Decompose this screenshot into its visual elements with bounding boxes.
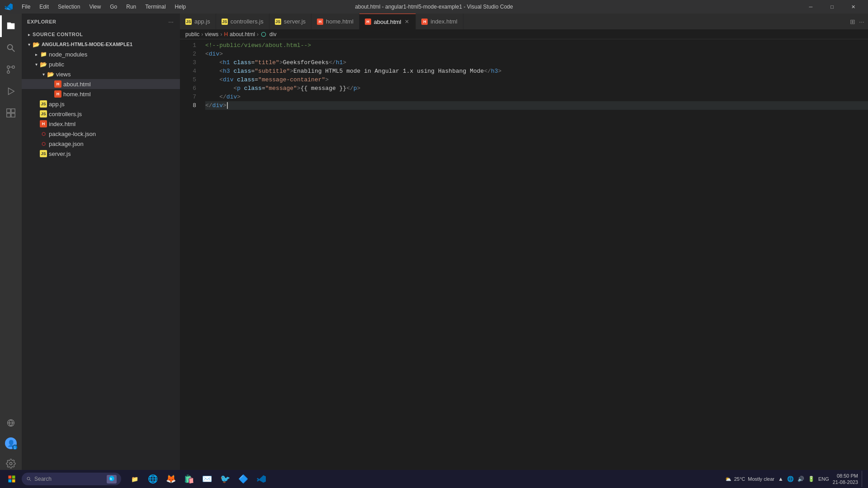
menu-edit[interactable]: Edit (36, 3, 52, 11)
taskbar-mail[interactable]: ✉️ (199, 471, 215, 487)
tab-server-js-icon: JS (275, 19, 281, 25)
taskbar-app1[interactable]: 🐦 (217, 471, 233, 487)
taskbar-vscode[interactable] (253, 471, 269, 487)
package-json-icon: ⬡ (40, 140, 47, 147)
minimize-button[interactable]: ─ (801, 0, 821, 14)
language-label[interactable]: ENG (818, 476, 829, 482)
tab-home-html[interactable]: H home.html (311, 14, 359, 29)
home-html-label: home.html (63, 91, 180, 98)
activity-remote-icon[interactable] (0, 412, 22, 434)
activity-bar-bottom: 👤 1 (0, 412, 22, 478)
tab-about-html-close[interactable]: ✕ (404, 18, 410, 26)
split-editor-icon[interactable]: ⊞ (850, 18, 855, 25)
code-comment-1: <!--public/views/about.html--> (205, 41, 311, 50)
about-html-item[interactable]: H about.html (22, 79, 180, 89)
taskbar: Search b 📁 🌐 🦊 🛍️ ✉️ 🐦 🔷 ⛅ 25°C Mostly c… (0, 470, 868, 488)
public-folder-item[interactable]: 📂 public (22, 59, 180, 69)
index-html-item[interactable]: H index.html (22, 119, 180, 129)
breadcrumb-public[interactable]: public (185, 31, 199, 38)
activity-search-icon[interactable] (0, 37, 22, 59)
package-lock-item[interactable]: ⬡ package-lock.json (22, 129, 180, 139)
breadcrumb-about-html[interactable]: about.html (230, 31, 255, 38)
tab-controllers-js-icon: JS (222, 19, 228, 25)
source-control-label: SOURCE CONTROL (33, 32, 176, 37)
svg-rect-10 (7, 113, 10, 117)
package-json-item[interactable]: ⬡ package.json (22, 139, 180, 149)
code-line-2: <div> (205, 50, 868, 58)
project-root[interactable]: 📂 ANGULAR1-HTML5-MODE-EXAMPLE1 (22, 39, 180, 49)
activity-debug-icon[interactable] (0, 80, 22, 102)
sidebar-more-button[interactable]: ··· (167, 17, 175, 26)
taskbar-store[interactable]: 🛍️ (181, 471, 197, 487)
menu-run[interactable]: Run (123, 3, 140, 11)
tabs-scroll: JS app.js JS controllers.js JS server.js… (180, 14, 846, 29)
taskbar-start-button[interactable] (4, 471, 20, 487)
taskbar-clock[interactable]: 08:50 PM 21-08-2023 (833, 473, 858, 486)
svg-text:b: b (110, 477, 112, 480)
breadcrumb-sep-3: › (257, 31, 259, 38)
menu-help[interactable]: Help (171, 3, 190, 11)
tabs-bar: JS app.js JS controllers.js JS server.js… (180, 14, 868, 29)
battery-icon[interactable]: 🔋 (808, 476, 815, 482)
svg-point-3 (7, 71, 10, 74)
svg-point-14 (261, 32, 265, 36)
menu-selection[interactable]: Selection (54, 3, 84, 11)
more-actions-icon[interactable]: ··· (859, 18, 864, 25)
tab-server-js[interactable]: JS server.js (269, 14, 311, 29)
tray-icon-1[interactable]: ▲ (778, 476, 783, 482)
project-folder-icon: 📂 (33, 41, 40, 48)
close-button[interactable]: ✕ (843, 0, 863, 14)
svg-rect-16 (12, 476, 15, 479)
menu-go[interactable]: Go (106, 3, 121, 11)
package-json-label: package.json (49, 141, 180, 147)
system-tray: ⛅ 25°C Mostly clear (725, 476, 774, 482)
taskbar-search[interactable]: Search b (22, 473, 121, 485)
svg-rect-15 (9, 476, 12, 479)
taskbar-date: 21-08-2023 (833, 479, 858, 485)
volume-icon[interactable]: 🔊 (797, 476, 804, 482)
source-control-chevron (25, 31, 33, 38)
weather-icon: ⛅ (725, 476, 731, 482)
taskbar-fileexplorer[interactable]: 📁 (127, 471, 143, 487)
taskbar-browser1[interactable]: 🌐 (145, 471, 161, 487)
editor-content[interactable]: 1 2 3 4 5 6 7 8 <!--public/views/about.h… (180, 39, 868, 478)
menu-view[interactable]: View (85, 3, 104, 11)
breadcrumb-sep-2: › (220, 31, 222, 38)
menu-file[interactable]: File (18, 3, 34, 11)
breadcrumb-div[interactable]: div (269, 31, 276, 38)
views-folder-item[interactable]: 📂 views (22, 69, 180, 79)
svg-line-20 (29, 479, 31, 481)
activity-explorer-icon[interactable] (0, 15, 22, 37)
activity-extensions-icon[interactable] (0, 102, 22, 124)
activity-source-control-icon[interactable] (0, 59, 22, 80)
taskbar-app2[interactable]: 🔷 (235, 471, 251, 487)
node-modules-item[interactable]: 📁 node_modules (22, 49, 180, 59)
tab-controllers-js[interactable]: JS controllers.js (216, 14, 269, 29)
server-js-item[interactable]: JS server.js (22, 149, 180, 159)
source-control-section[interactable]: SOURCE CONTROL (22, 29, 180, 39)
maximize-button[interactable]: □ (822, 0, 842, 14)
activity-bar: 👤 1 (0, 14, 22, 478)
project-chevron (25, 41, 33, 48)
account-icon[interactable]: 👤 1 (5, 437, 17, 449)
tab-about-html-icon: H (365, 19, 371, 25)
line-num-6: 6 (180, 84, 196, 93)
app-js-icon: JS (40, 100, 47, 108)
taskbar-show-desktop[interactable] (862, 471, 864, 487)
tab-index-html[interactable]: H index.html (416, 14, 463, 29)
svg-rect-18 (12, 479, 15, 483)
menu-terminal[interactable]: Terminal (142, 3, 169, 11)
code-area[interactable]: <!--public/views/about.html--> <div> <h1… (202, 39, 868, 478)
tab-app-js-label: app.js (194, 18, 210, 25)
node-modules-label: node_modules (49, 51, 180, 58)
svg-rect-8 (7, 109, 10, 113)
svg-rect-9 (11, 109, 15, 113)
tab-app-js[interactable]: JS app.js (180, 14, 216, 29)
controllers-js-item[interactable]: JS controllers.js (22, 109, 180, 119)
taskbar-browser2[interactable]: 🦊 (163, 471, 179, 487)
app-js-item[interactable]: JS app.js (22, 99, 180, 109)
network-icon[interactable]: 🌐 (787, 476, 794, 482)
breadcrumb-views[interactable]: views (205, 31, 218, 38)
tab-about-html[interactable]: H about.html ✕ (359, 14, 416, 29)
home-html-item[interactable]: H home.html (22, 89, 180, 99)
